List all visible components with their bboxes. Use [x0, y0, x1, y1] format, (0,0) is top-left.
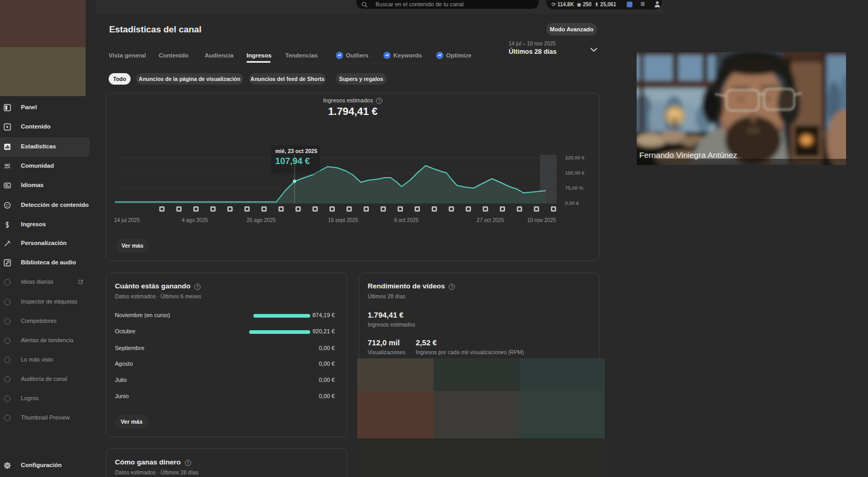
svg-text:Fernando Viniegra Antúnez: Fernando Viniegra Antúnez [639, 150, 737, 159]
